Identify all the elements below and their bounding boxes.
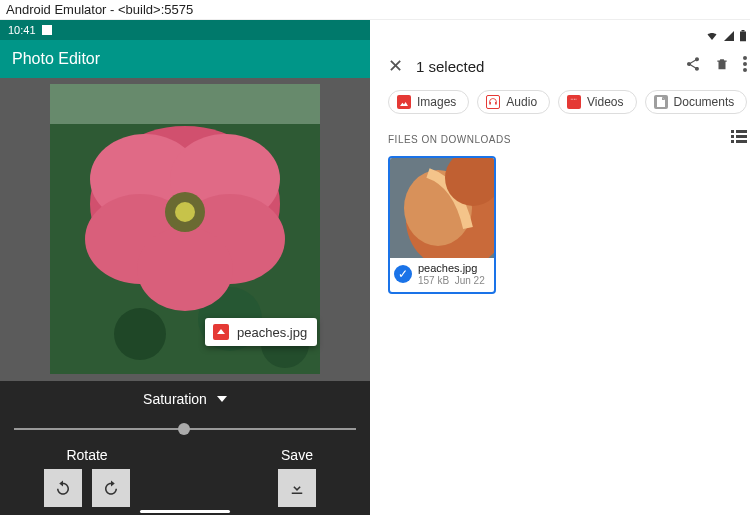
file-meta: 157 kB Jun 22 xyxy=(418,275,485,286)
svg-point-12 xyxy=(175,202,195,222)
headphones-icon xyxy=(486,95,500,109)
saturation-label: Saturation xyxy=(143,391,207,407)
svg-rect-1 xyxy=(50,84,320,124)
thumbnail-image xyxy=(390,158,494,258)
photo-canvas[interactable]: peaches.jpg xyxy=(0,78,370,381)
drag-chip-label: peaches.jpg xyxy=(237,325,307,340)
share-button[interactable] xyxy=(685,56,701,76)
chip-label: Images xyxy=(417,95,456,109)
svg-rect-26 xyxy=(736,135,747,138)
window-title: Android Emulator - <build>:5575 xyxy=(0,0,750,20)
rotate-label: Rotate xyxy=(66,447,107,463)
svg-rect-27 xyxy=(731,140,734,143)
app-bar: Photo Editor xyxy=(0,40,370,78)
section-label: FILES ON DOWNLOADS xyxy=(388,134,511,145)
svg-rect-22 xyxy=(576,99,577,100)
status-notification-icon xyxy=(42,25,52,35)
svg-rect-19 xyxy=(571,99,572,100)
svg-rect-25 xyxy=(731,135,734,138)
save-button[interactable] xyxy=(278,469,316,507)
rotate-ccw-icon xyxy=(54,479,72,497)
picker-header: ✕ 1 selected xyxy=(388,46,747,86)
document-icon xyxy=(654,95,668,109)
svg-point-10 xyxy=(137,227,233,311)
rotate-cw-icon xyxy=(102,479,120,497)
app-title: Photo Editor xyxy=(12,50,100,68)
selected-check-icon: ✓ xyxy=(394,265,412,283)
video-icon xyxy=(567,95,581,109)
trash-icon xyxy=(715,56,729,72)
editor-controls: Saturation Rotate xyxy=(0,381,370,515)
list-view-button[interactable] xyxy=(731,130,747,148)
drag-drop-chip[interactable]: peaches.jpg xyxy=(205,318,317,346)
chip-label: Audio xyxy=(506,95,537,109)
home-indicator[interactable] xyxy=(140,510,230,513)
delete-button[interactable] xyxy=(715,56,729,76)
saturation-slider[interactable] xyxy=(14,421,356,437)
image-icon xyxy=(213,324,229,340)
action-row: Rotate Save xyxy=(14,447,356,507)
picker-status-bar xyxy=(388,30,747,46)
svg-rect-20 xyxy=(572,99,573,100)
saturation-dropdown[interactable]: Saturation xyxy=(14,391,356,407)
image-icon xyxy=(397,95,411,109)
close-button[interactable]: ✕ xyxy=(388,55,416,77)
svg-rect-13 xyxy=(740,32,746,42)
file-name: peaches.jpg xyxy=(418,262,485,275)
svg-point-15 xyxy=(743,56,747,60)
slider-thumb[interactable] xyxy=(178,423,190,435)
rotate-buttons xyxy=(44,469,130,507)
file-thumbnail[interactable]: ✓ peaches.jpg 157 kB Jun 22 xyxy=(388,156,496,294)
chip-videos[interactable]: Videos xyxy=(558,90,636,114)
wifi-icon xyxy=(705,30,719,46)
phone-screen: 10:41 Photo Editor xyxy=(0,20,370,515)
svg-rect-23 xyxy=(731,130,734,133)
status-bar: 10:41 xyxy=(0,20,370,40)
svg-rect-28 xyxy=(736,140,747,143)
more-button[interactable] xyxy=(743,56,747,76)
svg-point-16 xyxy=(743,62,747,66)
rotate-ccw-button[interactable] xyxy=(44,469,82,507)
signal-icon xyxy=(723,30,735,46)
status-time: 10:41 xyxy=(8,24,36,36)
thumbnail-meta: ✓ peaches.jpg 157 kB Jun 22 xyxy=(390,258,494,292)
chip-images[interactable]: Images xyxy=(388,90,469,114)
phone-frame: 10:41 Photo Editor xyxy=(0,20,370,515)
chip-label: Videos xyxy=(587,95,623,109)
save-group: Save xyxy=(278,447,316,507)
save-label: Save xyxy=(281,447,313,463)
chip-documents[interactable]: Documents xyxy=(645,90,748,114)
share-icon xyxy=(685,56,701,72)
more-vert-icon xyxy=(743,56,747,72)
chip-label: Documents xyxy=(674,95,735,109)
download-icon xyxy=(288,479,306,497)
svg-rect-24 xyxy=(736,130,747,133)
section-header: FILES ON DOWNLOADS xyxy=(388,130,747,148)
svg-rect-21 xyxy=(574,99,575,100)
svg-point-2 xyxy=(114,308,166,360)
save-buttons xyxy=(278,469,316,507)
chevron-down-icon xyxy=(217,396,227,402)
svg-rect-14 xyxy=(742,30,745,32)
rotate-group: Rotate xyxy=(44,447,130,507)
svg-point-17 xyxy=(743,68,747,72)
chip-audio[interactable]: Audio xyxy=(477,90,550,114)
rotate-cw-button[interactable] xyxy=(92,469,130,507)
filter-chips: Images Audio Videos Documents xyxy=(388,90,747,114)
file-picker: ✕ 1 selected Images xyxy=(370,20,750,515)
split-container: 10:41 Photo Editor xyxy=(0,20,750,515)
list-view-icon xyxy=(731,130,747,144)
selection-title: 1 selected xyxy=(416,58,671,75)
battery-icon xyxy=(739,30,747,46)
